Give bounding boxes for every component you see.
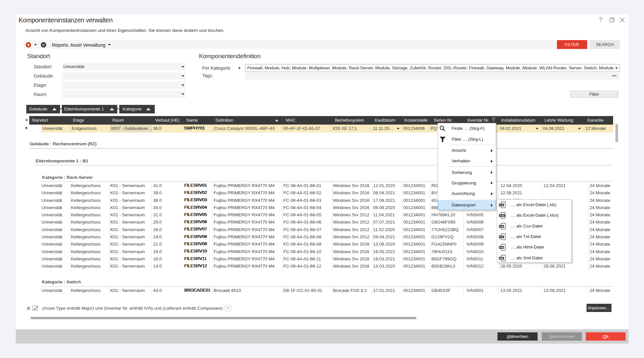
svg-text:TXT: TXT — [500, 236, 503, 238]
svg-text:XML: XML — [499, 257, 504, 259]
svg-text:XLSX: XLSX — [500, 215, 504, 217]
svg-text:XLS: XLS — [500, 204, 503, 206]
svg-text:CSV: CSV — [499, 226, 503, 227]
svg-text:HTM: HTM — [499, 247, 504, 249]
